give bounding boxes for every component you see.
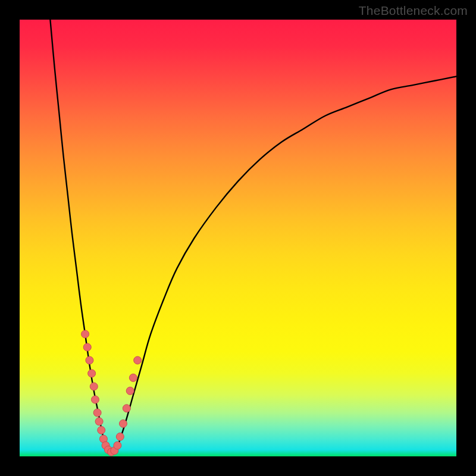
data-dot: [119, 419, 127, 427]
data-dot: [123, 405, 130, 412]
data-dot: [126, 387, 134, 394]
data-dot: [98, 426, 105, 434]
chart-svg: [20, 20, 456, 456]
data-dot: [90, 383, 98, 390]
data-dot: [116, 433, 124, 440]
curve-left-branch: [50, 20, 107, 452]
data-dot: [129, 374, 137, 381]
data-dot: [83, 343, 91, 351]
plot-area: [20, 20, 456, 456]
data-dot: [91, 396, 99, 403]
curve-right-branch: [115, 76, 456, 452]
watermark-text: TheBottleneck.com: [359, 4, 468, 18]
data-dot: [88, 369, 96, 377]
data-dots: [82, 330, 142, 456]
data-dot: [134, 356, 142, 364]
data-dot: [82, 330, 89, 338]
data-dot: [93, 409, 101, 416]
data-dot: [95, 418, 103, 425]
chart-frame: TheBottleneck.com: [0, 0, 476, 476]
data-dot: [86, 356, 93, 364]
data-dot: [114, 441, 121, 449]
